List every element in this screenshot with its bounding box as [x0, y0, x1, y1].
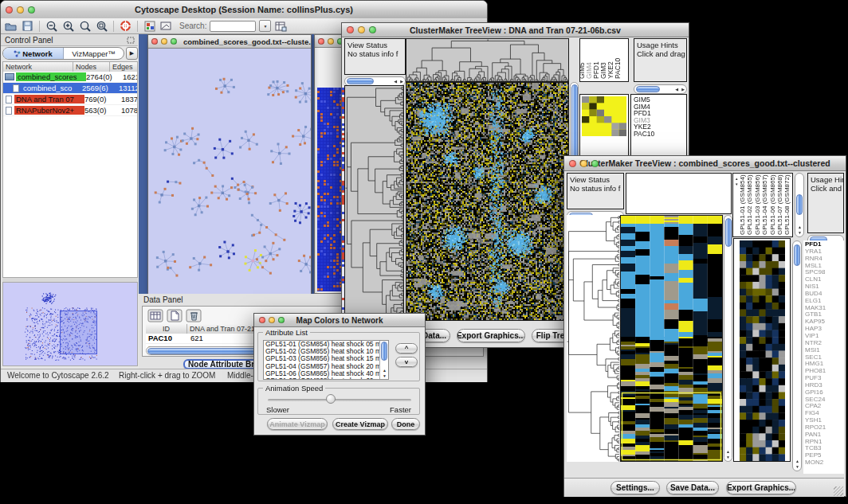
- annotation-icon[interactable]: [159, 20, 173, 33]
- minimize-button[interactable]: [17, 6, 24, 14]
- settings-button[interactable]: Settings...: [610, 481, 660, 494]
- row-dendrogram-canvas[interactable]: [567, 215, 619, 462]
- zoom-fit-icon[interactable]: [95, 20, 108, 33]
- zoom-heatmap1-canvas[interactable]: [582, 96, 626, 136]
- gene-label[interactable]: YRA1: [805, 248, 844, 256]
- gene-label[interactable]: MSI1: [805, 347, 844, 354]
- open-file-icon[interactable]: [4, 20, 18, 33]
- delete-attribute-icon[interactable]: [186, 309, 202, 326]
- close-button[interactable]: [259, 317, 265, 323]
- network-view-titlebar[interactable]: combined_scores_good.txt--cluste...: [148, 35, 311, 49]
- maximize-button[interactable]: [28, 6, 35, 14]
- scroll-up-arrow-icon[interactable]: ▲: [726, 450, 730, 454]
- attribute-table-icon[interactable]: [274, 20, 288, 33]
- zoom-in-icon[interactable]: [61, 20, 75, 33]
- attribute-list-item[interactable]: GPL51-04 (GSM857) heat shock 20 min: [264, 363, 388, 370]
- heatmap2-canvas[interactable]: [621, 216, 722, 461]
- maximize-button[interactable]: [278, 317, 285, 323]
- scroll-down-arrow-icon[interactable]: ▼: [795, 465, 799, 469]
- gene-label[interactable]: RNR4: [805, 256, 844, 263]
- gene-label[interactable]: MSL1: [805, 263, 844, 270]
- speed-slider-track[interactable]: [268, 399, 411, 401]
- minimize-button[interactable]: [161, 38, 167, 45]
- scroll-down-arrow-icon[interactable]: ▼: [735, 182, 738, 186]
- save-icon[interactable]: [21, 20, 34, 33]
- network-list-row[interactable]: RNAPuberNov2+563(0)107847(0): [3, 105, 137, 116]
- attribute-list[interactable]: GPL51-01 (GSM854) heat shock 05 minGPL51…: [263, 340, 389, 380]
- attribute-list-item[interactable]: GPL51-01 (GSM854) heat shock 05 min: [264, 341, 388, 348]
- gene-label[interactable]: HRD3: [805, 382, 844, 389]
- gene-label[interactable]: SEC1: [805, 354, 844, 361]
- network-view-canvas[interactable]: [148, 49, 311, 294]
- column-label[interactable]: GPL51-04 (GSM857): [761, 174, 768, 235]
- minimize-button[interactable]: [580, 160, 587, 167]
- col-header-network[interactable]: Network: [3, 62, 73, 72]
- attribute-list-item[interactable]: GPL51-07 (GSM868) heat shock 60 min: [264, 377, 388, 380]
- gene-list-vscrollbar[interactable]: ▲ ▼: [792, 240, 802, 471]
- gene-label[interactable]: GPI16: [805, 389, 844, 397]
- column-dendrogram-canvas[interactable]: [406, 39, 568, 81]
- data-col-id[interactable]: ID: [146, 324, 187, 334]
- maximize-button[interactable]: [369, 26, 376, 33]
- attribute-list-item[interactable]: GPL51-06 (GSM865) heat shock 40 min: [264, 370, 388, 377]
- tab-overflow-arrow-icon[interactable]: ▶: [126, 47, 138, 60]
- scroll-left-arrow-icon[interactable]: ◀: [675, 88, 678, 92]
- tab-network[interactable]: Network: [3, 48, 64, 59]
- network-list-row[interactable]: combined_scores2764(0)16218(0): [3, 72, 137, 83]
- search-dropdown-icon[interactable]: ▼: [259, 20, 271, 32]
- gene-label[interactable]: GTB1: [805, 311, 844, 318]
- speed-slider-thumb[interactable]: [326, 394, 336, 404]
- close-button[interactable]: [318, 38, 324, 45]
- heatmap1-canvas[interactable]: [406, 83, 568, 320]
- close-button[interactable]: [347, 26, 354, 33]
- gene-label[interactable]: RPO21: [805, 424, 844, 432]
- close-button[interactable]: [569, 160, 576, 167]
- column-label[interactable]: PAC10: [614, 58, 622, 79]
- export-graphics-button[interactable]: Export Graphics...: [726, 481, 796, 494]
- gene-label[interactable]: VIP1: [805, 333, 844, 340]
- column-label[interactable]: GPL51-02 (GSM855): [746, 174, 753, 235]
- float-panel-icon[interactable]: [127, 33, 135, 47]
- gene-label[interactable]: HAP3: [805, 326, 844, 333]
- cytoscape-titlebar[interactable]: Cytoscape Desktop (Session Name: collins…: [1, 1, 487, 19]
- attribute-list-item[interactable]: GPL51-03 (GSM856) heat shock 15 min: [264, 355, 388, 362]
- scroll-up-arrow-icon[interactable]: ▲: [795, 459, 799, 463]
- animate-vizmap-button[interactable]: Animate Vizmap: [267, 418, 328, 430]
- gene-label[interactable]: RPN1: [805, 439, 844, 446]
- gene-label-list[interactable]: PFD1YRA1RNR4MSL1SPC98CLN1NIS1BUD4ELG1MAK…: [803, 240, 844, 474]
- gene-label[interactable]: TCB3: [805, 445, 844, 452]
- close-button[interactable]: [151, 38, 158, 45]
- move-up-button[interactable]: ^: [395, 343, 418, 354]
- gene-label[interactable]: YSH1: [805, 417, 844, 424]
- done-button[interactable]: Done: [391, 418, 420, 430]
- scroll-up-arrow-icon[interactable]: ▲: [735, 177, 738, 181]
- close-button[interactable]: [6, 6, 13, 14]
- gene-label[interactable]: ELG1: [805, 298, 844, 305]
- gene-label[interactable]: FIG4: [805, 410, 844, 417]
- column-labels-vscrollbar[interactable]: ▲ ▼: [795, 173, 804, 237]
- maximize-button[interactable]: [591, 160, 599, 167]
- help-lifering-icon[interactable]: [119, 20, 132, 33]
- gene-label[interactable]: SPC98: [805, 269, 844, 276]
- scroll-down-arrow-icon[interactable]: ▼: [383, 374, 387, 378]
- scroll-right-arrow-icon[interactable]: ▶: [681, 88, 685, 92]
- network-list-row[interactable]: combined_sco2569(6)13112(15): [3, 83, 137, 94]
- col-header-nodes[interactable]: Nodes: [73, 62, 110, 72]
- usage-hscrollbar[interactable]: ◀ ▶: [634, 84, 687, 94]
- scroll-down-arrow-icon[interactable]: ▼: [726, 455, 730, 459]
- scroll-left-arrow-icon[interactable]: ◀: [394, 80, 397, 84]
- gene-label[interactable]: PEP5: [805, 452, 844, 459]
- scroll-up-arrow-icon[interactable]: ▲: [383, 369, 387, 373]
- save-data-button[interactable]: Save Data...: [666, 481, 719, 494]
- attribute-list-scrollbar[interactable]: ▲ ▼: [379, 341, 388, 379]
- dialog-titlebar[interactable]: Map Colors to Network: [254, 314, 425, 327]
- treeview1-titlebar[interactable]: ClusterMaker TreeView : DNA and Tran 07-…: [342, 23, 689, 37]
- scroll-right-arrow-icon[interactable]: ▶: [400, 80, 403, 84]
- create-vizmap-button[interactable]: Create Vizmap: [332, 418, 388, 430]
- gene-label[interactable]: PHO81: [805, 368, 844, 375]
- vizmap-icon[interactable]: [143, 20, 156, 33]
- col-header-edges[interactable]: Edges: [110, 62, 137, 72]
- new-attribute-icon[interactable]: [167, 309, 183, 326]
- gene-label[interactable]: KAP95: [805, 318, 844, 326]
- gene-label[interactable]: PFD1: [805, 241, 844, 248]
